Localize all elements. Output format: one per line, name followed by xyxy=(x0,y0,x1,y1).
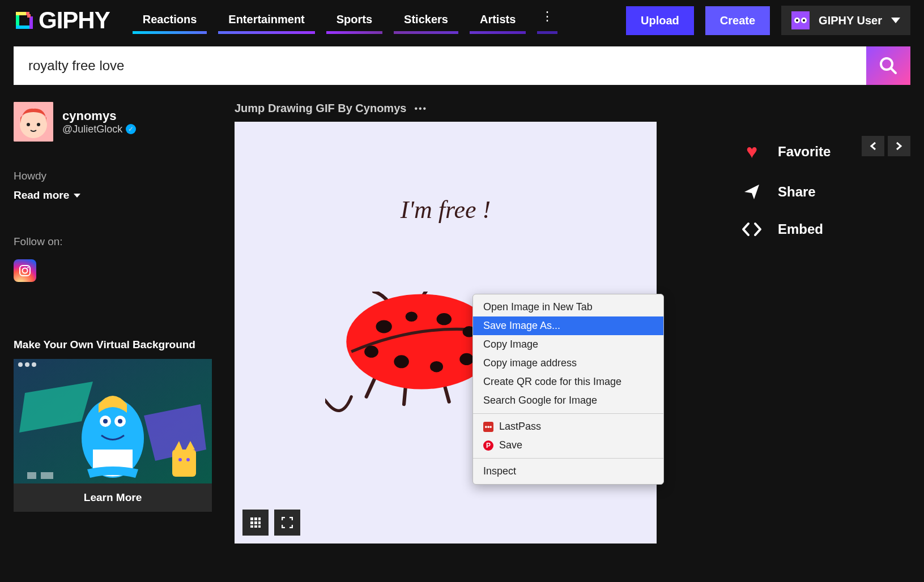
search-bar xyxy=(14,46,910,85)
logo[interactable]: GIPHY xyxy=(14,7,110,34)
search-input[interactable] xyxy=(14,46,866,85)
follow-on-label: Follow on: xyxy=(14,236,212,248)
svg-point-17 xyxy=(23,268,28,273)
ctx-copy-image[interactable]: Copy Image xyxy=(473,335,663,354)
fullscreen-button[interactable] xyxy=(274,510,300,536)
logo-icon xyxy=(14,10,35,31)
ctx-open-new-tab[interactable]: Open Image in New Tab xyxy=(473,298,663,316)
next-gif-button[interactable] xyxy=(888,136,910,156)
verified-icon: ✓ xyxy=(126,124,136,134)
share-label: Share xyxy=(778,184,816,200)
fullscreen-icon xyxy=(282,517,293,528)
nav-stickers[interactable]: Stickers xyxy=(394,7,458,34)
svg-point-13 xyxy=(20,111,47,138)
favorite-label: Favorite xyxy=(778,144,831,160)
svg-point-37 xyxy=(437,313,452,325)
instagram-icon[interactable] xyxy=(14,259,36,282)
search-button[interactable] xyxy=(866,46,910,85)
prev-gif-button[interactable] xyxy=(862,136,884,156)
search-icon xyxy=(879,56,898,75)
gif-caption: I'm free ! xyxy=(401,195,491,224)
svg-rect-27 xyxy=(172,450,196,477)
heart-icon: ♥ xyxy=(740,140,763,162)
gif-title: Jump Drawing GIF By Cynomys xyxy=(235,102,406,115)
svg-rect-46 xyxy=(258,517,261,520)
ctx-lastpass[interactable]: ••• LastPass xyxy=(473,417,663,436)
creator-name: cynomys xyxy=(62,109,136,123)
main-content: cynomys @JulietGlock ✓ Howdy Read more F… xyxy=(0,102,924,544)
ctx-divider xyxy=(473,458,663,459)
embed-button[interactable]: Embed xyxy=(740,211,910,247)
read-more-button[interactable]: Read more xyxy=(14,189,212,202)
nav-artists[interactable]: Artists xyxy=(470,7,526,34)
context-menu: Open Image in New Tab Save Image As... C… xyxy=(472,294,664,485)
nav-sports[interactable]: Sports xyxy=(326,7,382,34)
svg-line-11 xyxy=(891,69,896,73)
svg-point-36 xyxy=(406,311,418,322)
nav-entertainment[interactable]: Entertainment xyxy=(218,7,314,34)
creator-profile[interactable]: cynomys @JulietGlock ✓ xyxy=(14,102,212,142)
svg-rect-3 xyxy=(16,12,27,15)
creator-handle: @JulietGlock xyxy=(62,123,122,135)
ctx-pinterest-save[interactable]: P Save xyxy=(473,436,663,455)
svg-rect-45 xyxy=(254,517,257,520)
lastpass-icon: ••• xyxy=(483,422,493,432)
chevron-left-icon xyxy=(870,142,876,151)
gif-actions: ♥ Favorite Share Embed xyxy=(740,102,910,544)
svg-point-30 xyxy=(178,458,182,461)
svg-point-18 xyxy=(27,267,29,268)
svg-rect-2 xyxy=(29,16,33,29)
chevron-down-icon xyxy=(74,194,80,198)
nav-reactions[interactable]: Reactions xyxy=(133,7,207,34)
ctx-copy-image-address[interactable]: Copy image address xyxy=(473,354,663,373)
share-button[interactable]: Share xyxy=(740,173,910,211)
svg-point-9 xyxy=(803,19,805,22)
user-menu[interactable]: GIPHY User xyxy=(781,6,910,35)
svg-point-41 xyxy=(430,361,443,372)
sidebar: cynomys @JulietGlock ✓ Howdy Read more F… xyxy=(14,102,212,544)
nav-more-icon[interactable]: ⋮ xyxy=(537,7,557,34)
svg-rect-49 xyxy=(258,521,261,524)
promo-title: Make Your Own Virtual Background xyxy=(14,339,212,351)
svg-rect-51 xyxy=(254,525,257,528)
learn-more-button[interactable]: Learn More xyxy=(14,483,212,512)
svg-point-40 xyxy=(394,355,409,368)
ctx-save-label: Save xyxy=(499,439,522,451)
svg-point-25 xyxy=(103,419,108,423)
creator-avatar xyxy=(14,102,53,142)
promo-card[interactable] xyxy=(14,359,212,483)
share-icon xyxy=(740,183,763,201)
main-nav: Reactions Entertainment Sports Stickers … xyxy=(133,7,558,34)
svg-point-35 xyxy=(376,320,392,333)
svg-rect-48 xyxy=(254,521,257,524)
ctx-create-qr[interactable]: Create QR code for this Image xyxy=(473,373,663,391)
svg-point-14 xyxy=(27,123,30,126)
bio-greeting: Howdy xyxy=(14,170,212,182)
grid-icon xyxy=(250,517,261,528)
svg-point-31 xyxy=(186,458,190,461)
ctx-search-google[interactable]: Search Google for Image xyxy=(473,391,663,410)
ctx-lastpass-label: LastPass xyxy=(499,421,541,433)
embed-icon xyxy=(740,222,763,237)
svg-rect-33 xyxy=(41,472,53,479)
svg-rect-32 xyxy=(27,472,36,479)
avatar xyxy=(791,11,810,29)
ctx-inspect[interactable]: Inspect xyxy=(473,462,663,481)
svg-rect-52 xyxy=(258,525,261,528)
svg-point-8 xyxy=(796,19,798,22)
svg-rect-47 xyxy=(250,521,253,524)
svg-point-15 xyxy=(37,123,40,126)
header: GIPHY Reactions Entertainment Sports Sti… xyxy=(0,0,924,41)
svg-point-26 xyxy=(118,419,122,423)
grid-view-button[interactable] xyxy=(242,510,269,536)
more-options-icon[interactable]: ••• xyxy=(414,104,427,114)
chevron-down-icon xyxy=(891,18,900,23)
svg-rect-5 xyxy=(27,14,31,18)
user-name: GIPHY User xyxy=(819,14,882,27)
embed-label: Embed xyxy=(778,221,823,237)
ctx-save-image-as[interactable]: Save Image As... xyxy=(473,316,663,335)
ctx-divider xyxy=(473,413,663,414)
upload-button[interactable]: Upload xyxy=(626,6,694,35)
create-button[interactable]: Create xyxy=(705,6,770,35)
brand-text: GIPHY xyxy=(39,7,110,34)
